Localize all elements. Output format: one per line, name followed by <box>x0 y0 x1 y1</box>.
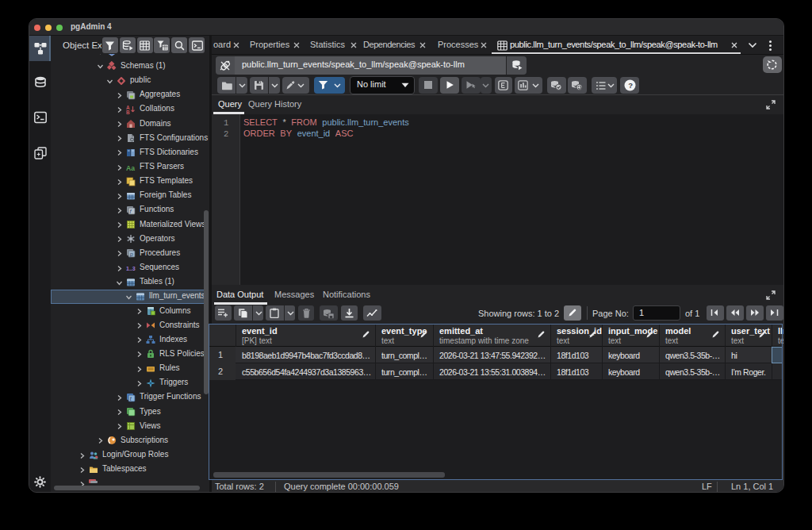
svg-text:p: p <box>129 252 133 258</box>
svg-text:1..3: 1..3 <box>126 266 136 271</box>
svg-text:Aa: Aa <box>126 163 135 171</box>
svg-text:?: ? <box>628 81 633 90</box>
svg-text:B: B <box>126 109 130 114</box>
